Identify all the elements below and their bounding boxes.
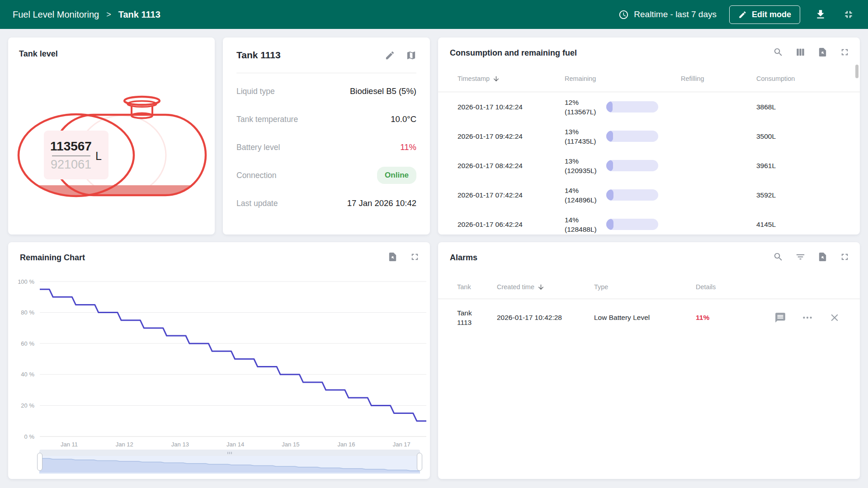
- column-header-refilling[interactable]: Refilling: [681, 75, 756, 82]
- alarm-created-cell: 2026-01-17 10:42:28: [497, 314, 594, 322]
- alarm-table-row: Tank 11132026-01-17 10:42:28Low Battery …: [438, 299, 860, 337]
- remaining-percent: 14%: [565, 186, 606, 195]
- tank-level-widget: Tank level 113567: [8, 38, 215, 235]
- sort-down-icon: [492, 75, 500, 83]
- comment-button[interactable]: [774, 312, 786, 324]
- tank-level-label: 113567 921061 L: [44, 131, 108, 179]
- app-header: Fuel Level Monitoring > Tank 1113 Realti…: [0, 0, 868, 29]
- info-row-liquid-type: Liquid typeBiodiesel B5 (5%): [236, 77, 416, 105]
- x-axis-tick-label: Jan 17: [393, 441, 410, 448]
- navigator-selected-range[interactable]: [39, 456, 420, 474]
- remaining-progress-bar: [606, 219, 658, 230]
- info-value: 11%: [400, 142, 416, 152]
- filter-button[interactable]: [795, 252, 806, 262]
- remaining-liters: (128488L): [565, 225, 606, 234]
- remaining-percent: 12%: [565, 98, 606, 107]
- consumption-scrollbar-thumb[interactable]: [855, 65, 859, 78]
- edit-icon: [385, 50, 395, 61]
- tank-info-title: Tank 1113: [236, 50, 281, 61]
- exit-fullscreen-button[interactable]: [841, 7, 856, 22]
- navigator-right-handle[interactable]: [417, 453, 422, 471]
- remaining-percent: 14%: [565, 215, 606, 225]
- export-button[interactable]: [817, 47, 828, 57]
- y-axis-tick-label: 0 %: [24, 433, 35, 440]
- timewindow-label: Realtime - last 7 days: [634, 9, 717, 19]
- x-axis-tick-label: Jan 14: [226, 441, 244, 448]
- remaining-cell: 14%(128488L): [565, 215, 681, 234]
- timestamp-cell: 2026-01-17 08:42:24: [458, 162, 565, 170]
- alarm-type-cell: Low Battery Level: [594, 314, 696, 322]
- remaining-progress-fill: [606, 189, 613, 201]
- timestamp-cell: 2026-01-17 07:42:24: [458, 191, 565, 199]
- remaining-percent: 13%: [565, 156, 606, 166]
- tank-drawing: 113567 921061 L: [8, 38, 215, 235]
- x-axis-tick-label: Jan 15: [282, 441, 299, 448]
- info-label: Connection: [236, 171, 277, 180]
- timestamp-cell: 2026-01-17 06:42:24: [458, 221, 565, 229]
- remaining-cell: 13%(117435L): [565, 127, 681, 146]
- remaining-liters: (124896L): [565, 195, 606, 205]
- remaining-cell: 13%(120935L): [565, 156, 681, 175]
- consumption-cell: 3500L: [756, 132, 860, 141]
- alarm-tank-cell: Tank 1113: [457, 308, 485, 327]
- more-button[interactable]: [802, 312, 813, 324]
- clock-icon: [618, 9, 629, 20]
- search-icon: [773, 47, 783, 57]
- navigator-grip[interactable]: [39, 450, 420, 456]
- export-button[interactable]: [817, 252, 828, 262]
- remaining-percent: 13%: [565, 127, 606, 136]
- column-header-remaining[interactable]: Remaining: [565, 75, 681, 82]
- fullscreen-button[interactable]: [840, 47, 850, 57]
- column-header-label: Remaining: [565, 75, 596, 82]
- column-header-tank[interactable]: Tank: [457, 283, 497, 291]
- y-axis-tick-label: 80 %: [21, 309, 34, 316]
- column-header-consumption[interactable]: Consumption: [756, 75, 860, 82]
- alarm-row-actions: [768, 312, 860, 324]
- download-icon: [815, 9, 826, 20]
- column-header-type[interactable]: Type: [594, 283, 696, 291]
- consumption-widget: Consumption and remaining fuel Timestamp…: [438, 38, 860, 235]
- map-icon: [406, 50, 416, 61]
- timestamp-cell: 2026-01-17 09:42:24: [458, 132, 565, 141]
- column-header-label: Details: [696, 283, 716, 291]
- navigator-left-handle[interactable]: [37, 453, 42, 471]
- edit-mode-label: Edit mode: [752, 10, 791, 19]
- columns-button[interactable]: [795, 47, 806, 57]
- search-button[interactable]: [773, 252, 783, 262]
- table-row: 2026-01-17 06:42:2414%(128488L)4145L: [438, 210, 860, 235]
- consumption-cell: 3868L: [756, 103, 860, 111]
- fullscreen-button[interactable]: [840, 252, 850, 262]
- fullscreen-icon: [840, 252, 850, 262]
- search-button[interactable]: [773, 47, 783, 57]
- column-header-label: Type: [594, 283, 608, 291]
- timewindow-button[interactable]: Realtime - last 7 days: [618, 9, 717, 20]
- alarms-widget: Alarms TankCreated timeTypeDetails Tank …: [438, 242, 860, 479]
- edit-mode-button[interactable]: Edit mode: [729, 5, 800, 24]
- breadcrumb-dashboard-link[interactable]: Fuel Level Monitoring: [13, 9, 99, 20]
- x-axis-tick-label: Jan 12: [116, 441, 133, 448]
- x-axis-tick-label: Jan 11: [61, 441, 78, 448]
- edit-button[interactable]: [385, 50, 395, 61]
- tank-current-volume: 113567: [50, 139, 92, 153]
- download-dashboard-button[interactable]: [813, 7, 828, 22]
- info-value: 10.0°C: [391, 114, 416, 124]
- breadcrumb-separator: >: [106, 10, 111, 19]
- column-header-details[interactable]: Details: [696, 283, 768, 291]
- remaining-progress-bar: [606, 131, 658, 142]
- table-row: 2026-01-17 09:42:2413%(117435L)3500L: [438, 122, 860, 151]
- close-button[interactable]: [829, 312, 840, 324]
- remaining-text: 12%(113567L): [565, 98, 606, 117]
- info-label: Liquid type: [236, 87, 275, 96]
- y-axis-tick-label: 60 %: [21, 340, 34, 347]
- remaining-text: 14%(128488L): [565, 215, 606, 234]
- chart-navigator[interactable]: [39, 450, 420, 474]
- export-icon: [817, 252, 828, 262]
- remaining-progress-bar: [606, 189, 658, 201]
- tank-info-widget: Tank 1113 Liquid typeBiodiesel B5 (5%)Ta…: [223, 38, 430, 235]
- column-header-created-time[interactable]: Created time: [497, 283, 594, 291]
- map-button[interactable]: [406, 50, 416, 61]
- remaining-cell: 14%(124896L): [565, 186, 681, 205]
- column-header-timestamp[interactable]: Timestamp: [458, 75, 565, 83]
- column-header-label: Consumption: [756, 75, 795, 82]
- remaining-series-line: [40, 289, 426, 421]
